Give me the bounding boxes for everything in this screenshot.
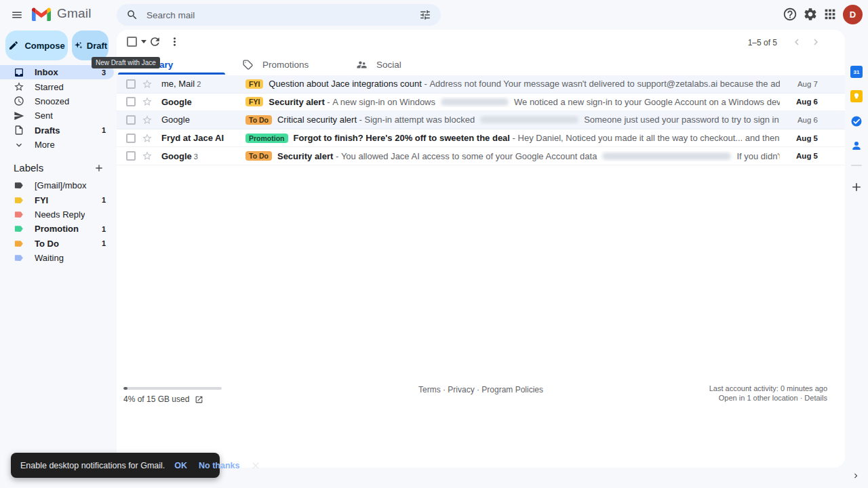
label-badge[interactable]: FYI [245,97,263,106]
email-subject: Forgot to finish? Here's 20% off to swee… [294,133,510,143]
newer-page-icon[interactable] [791,36,803,48]
thread-count: 2 [197,80,201,88]
label-badge[interactable]: FYI [245,79,263,89]
settings-gear-icon[interactable] [803,7,819,23]
email-row[interactable]: me, Mail2FYIQuestion about Jace integrat… [117,75,845,94]
tab-promotions-label: Promotions [262,60,309,70]
chevron-down-icon [14,140,24,150]
sidebar-item-label: Snoozed [35,96,69,106]
email-checkbox[interactable] [126,134,136,143]
email-row[interactable]: GoogleTo DoCritical security alert - Sig… [117,111,845,129]
email-checkbox[interactable] [126,115,136,125]
snackbar-close-icon[interactable] [250,460,261,471]
jace-draft-button[interactable]: Draft [72,30,108,60]
label-icon [14,239,24,249]
account-avatar[interactable]: D [843,5,863,24]
category-tabs: Primary Promotions Social [117,54,845,75]
label-badge[interactable]: Promotion [245,134,288,143]
tab-promotions[interactable]: Promotions [231,54,344,75]
search-input[interactable] [146,10,419,20]
email-checkbox[interactable] [126,97,136,106]
file-icon [14,125,24,136]
compose-button[interactable]: Compose [5,30,68,60]
email-snippet: - Address not found Your message wasn't … [422,79,780,89]
keep-icon[interactable] [850,90,863,102]
older-page-icon[interactable] [810,36,822,48]
email-snippet-continued: Someone just used your password to try t… [584,115,780,125]
sidebar-label--gmail-mbox[interactable]: [Gmail]/mbox [0,178,114,192]
star-icon[interactable] [142,79,153,89]
snackbar-message: Enable desktop notifications for Gmail. [20,461,165,470]
email-content: FYISecurity alert - A new sign-in on Win… [245,97,780,107]
gmail-m-icon [32,7,51,21]
pagination-label: 1–5 of 5 [748,38,777,47]
show-side-panel-icon[interactable] [851,471,861,481]
snackbar-ok-button[interactable]: OK [174,461,187,470]
more-options-icon[interactable] [168,35,182,49]
label-badge[interactable]: To Do [245,115,272,125]
sidebar-label-waiting[interactable]: Waiting [0,251,114,265]
search-bar[interactable] [117,4,441,26]
email-subject: Critical security alert [277,115,357,125]
account-activity: Last account activity: 0 minutes ago Ope… [709,384,827,403]
open-in-new-icon[interactable] [195,395,203,404]
tune-icon[interactable] [419,9,431,21]
apps-grid-icon[interactable] [823,7,839,23]
sidebar-item-sent[interactable]: Sent [0,108,114,123]
email-content: PromotionForgot to finish? Here's 20% of… [245,133,780,143]
calendar-icon[interactable]: 31 [850,66,863,78]
email-date: Aug 7 [788,80,818,88]
tasks-icon[interactable] [850,115,863,127]
sidebar-item-snoozed[interactable]: Snoozed [0,94,114,108]
email-row[interactable]: GoogleFYISecurity alert - A new sign-in … [117,94,845,112]
sidebar-item-label: More [35,140,55,150]
select-all-checkbox[interactable] [127,37,137,47]
people-icon [356,59,368,70]
search-icon [126,9,138,21]
activity-line1: Last account activity: 0 minutes ago [709,384,827,394]
labels-list: [Gmail]/mboxFYI1Needs ReplyPromotion1To … [0,178,117,265]
email-content: To DoSecurity alert - You allowed Jace A… [245,151,780,161]
email-checkbox[interactable] [126,151,136,161]
label-name: [Gmail]/mbox [35,180,87,190]
get-addons-icon[interactable] [850,180,863,194]
email-sender: Fryd at Jace AI [161,133,245,143]
email-date: Aug 5 [788,152,818,160]
contacts-icon[interactable] [850,140,863,152]
refresh-icon[interactable] [149,35,162,49]
star-icon[interactable] [142,96,153,107]
add-label-icon[interactable] [94,163,104,174]
label-name: Needs Reply [35,209,85,220]
sidebar-label-fyi[interactable]: FYI1 [0,192,114,207]
help-icon[interactable] [783,7,799,23]
sidebar-label-needs-reply[interactable]: Needs Reply [0,207,114,222]
gmail-logo[interactable]: Gmail [32,6,92,21]
sidebar-item-more[interactable]: More [0,138,114,152]
pencil-icon [8,40,19,51]
sidebar-label-promotion[interactable]: Promotion1 [0,222,114,236]
email-sender: me, Mail2 [161,79,245,89]
star-icon[interactable] [142,133,153,144]
email-checkbox[interactable] [126,79,136,89]
email-snippet: - Hey Daniel, Noticed you made it all th… [510,133,780,143]
label-name: To Do [35,239,59,249]
email-row[interactable]: Fryd at Jace AIPromotionForgot to finish… [117,129,845,148]
label-badge[interactable]: To Do [245,151,272,161]
tag-icon [242,59,254,70]
email-row[interactable]: Google3To DoSecurity alert - You allowed… [117,147,845,165]
hamburger-menu-icon[interactable] [9,7,25,23]
select-dropdown-caret[interactable] [141,40,146,43]
star-icon[interactable] [142,115,153,125]
activity-line2[interactable]: Open in 1 other location · Details [709,394,827,403]
sparkle-icon [73,41,83,51]
email-content: FYIQuestion about Jace integrations coun… [245,79,780,89]
tab-social[interactable]: Social [344,54,458,75]
sidebar-item-drafts[interactable]: Drafts1 [0,123,114,138]
sidebar-item-starred[interactable]: Starred [0,79,114,94]
star-icon[interactable] [142,150,153,161]
sidebar-label-to-do[interactable]: To Do1 [0,237,114,251]
star-icon [14,81,24,92]
snackbar-no-thanks-button[interactable]: No thanks [199,461,239,470]
send-icon [14,110,24,121]
label-icon [14,253,24,263]
